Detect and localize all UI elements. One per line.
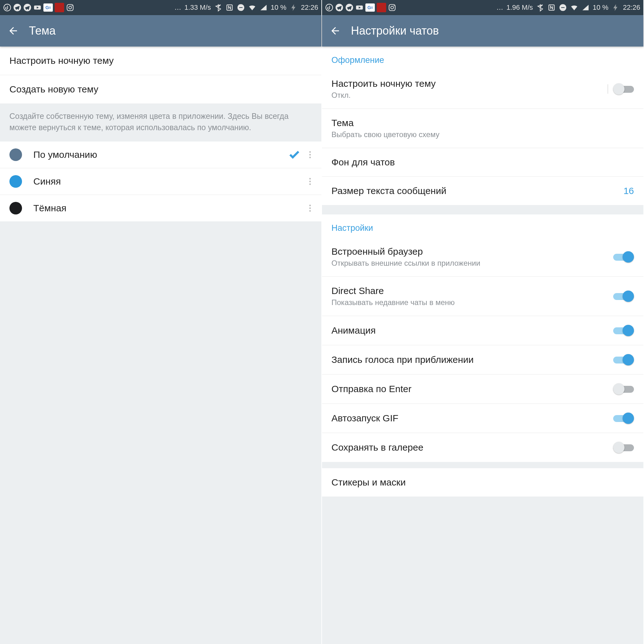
label: Размер текста сообщений bbox=[331, 186, 617, 196]
page-title: Настройки чатов bbox=[351, 24, 439, 37]
bluetooth-icon bbox=[214, 3, 222, 12]
section-appearance: Оформление Настроить ночную тему Откл. Т… bbox=[322, 47, 643, 205]
row-chat-background[interactable]: Фон для чатов bbox=[322, 148, 643, 177]
status-right: … 1.33 M/s 10 % 22:26 bbox=[174, 3, 318, 12]
label: Настроить ночную тему bbox=[9, 55, 312, 66]
svg-point-13 bbox=[309, 178, 311, 179]
label: Отправка по Enter bbox=[331, 384, 613, 394]
toggle[interactable] bbox=[613, 383, 634, 395]
label: Direct Share bbox=[331, 286, 613, 296]
setting-row[interactable]: Анимация bbox=[322, 316, 643, 345]
status-bar: G≡ … 1.33 M/s 10 % 22:26 bbox=[0, 0, 321, 15]
nfc-icon bbox=[225, 3, 234, 12]
google-news-icon: G≡ bbox=[365, 3, 375, 12]
setting-row[interactable]: Сохранять в галерее bbox=[322, 433, 643, 462]
label: Тема bbox=[331, 118, 634, 128]
net-speed: 1.33 M/s bbox=[184, 3, 211, 12]
svg-point-16 bbox=[309, 204, 311, 206]
theme-list: По умолчаниюСиняяТёмная bbox=[0, 142, 321, 221]
text-size-value: 16 bbox=[624, 186, 634, 196]
wifi-icon bbox=[570, 3, 578, 12]
gap bbox=[322, 205, 643, 214]
theme-row[interactable]: По умолчанию bbox=[0, 142, 321, 168]
battery-text: 10 % bbox=[593, 3, 608, 12]
toggle[interactable] bbox=[613, 251, 634, 263]
label: Анимация bbox=[331, 325, 613, 336]
label: Создать новую тему bbox=[9, 84, 312, 95]
svg-point-15 bbox=[309, 183, 311, 185]
dnd-icon bbox=[559, 3, 567, 12]
svg-point-25 bbox=[394, 5, 395, 6]
row-theme[interactable]: Тема Выбрать свою цветовую схему bbox=[322, 109, 643, 148]
section-settings: Настройки Встроенный браузерОткрывать вн… bbox=[322, 214, 643, 462]
label: Автозапуск GIF bbox=[331, 413, 613, 424]
app-bar: Настройки чатов bbox=[322, 15, 643, 47]
status-left: G≡ bbox=[325, 3, 396, 12]
row-stickers[interactable]: Стикеры и маски bbox=[322, 468, 643, 497]
back-arrow-icon[interactable] bbox=[8, 25, 19, 36]
label: Настроить ночную тему bbox=[331, 78, 613, 89]
setting-row[interactable]: Встроенный браузерОткрывать внешние ссыл… bbox=[322, 237, 643, 277]
theme-name: По умолчанию bbox=[33, 149, 286, 160]
more-vert-icon[interactable] bbox=[303, 150, 318, 159]
app-icon-red bbox=[377, 3, 386, 12]
youtube-icon bbox=[355, 3, 364, 12]
bluetooth-icon bbox=[536, 3, 544, 12]
row-configure-night[interactable]: Настроить ночную тему bbox=[0, 47, 321, 75]
toggle[interactable] bbox=[613, 291, 634, 302]
signal-icon bbox=[581, 3, 590, 12]
svg-point-14 bbox=[309, 180, 311, 182]
toggle[interactable] bbox=[613, 413, 634, 424]
svg-point-17 bbox=[309, 207, 311, 209]
label: Запись голоса при приближении bbox=[331, 354, 613, 365]
toggle[interactable] bbox=[613, 442, 634, 453]
phone-right: G≡ … 1.96 M/s 10 % 22:26 Настройки чатов… bbox=[322, 0, 644, 644]
svg-point-18 bbox=[309, 210, 311, 212]
top-actions: Настроить ночную тему Создать новую тему bbox=[0, 47, 321, 103]
selected-check-icon bbox=[286, 148, 303, 161]
toggle[interactable] bbox=[613, 354, 634, 365]
svg-rect-28 bbox=[561, 7, 564, 8]
battery-text: 10 % bbox=[271, 3, 286, 12]
setting-row[interactable]: Автозапуск GIF bbox=[322, 404, 643, 433]
clock-text: 22:26 bbox=[623, 3, 640, 12]
status-bar: G≡ … 1.96 M/s 10 % 22:26 bbox=[322, 0, 643, 15]
svg-point-12 bbox=[309, 157, 311, 158]
app-icon-red bbox=[55, 3, 64, 12]
page-title: Тема bbox=[29, 24, 56, 37]
theme-name: Тёмная bbox=[33, 203, 286, 214]
toggle-night[interactable] bbox=[613, 83, 634, 95]
setting-row[interactable]: Запись голоса при приближении bbox=[322, 345, 643, 375]
telegram-icon bbox=[13, 3, 21, 12]
sublabel: Выбрать свою цветовую схему bbox=[331, 130, 634, 139]
toggle[interactable] bbox=[613, 325, 634, 336]
instagram-icon bbox=[388, 3, 396, 12]
row-text-size[interactable]: Размер текста сообщений 16 bbox=[322, 177, 643, 205]
svg-rect-9 bbox=[239, 7, 242, 8]
ellipsis: … bbox=[496, 3, 503, 12]
theme-row[interactable]: Синяя bbox=[0, 168, 321, 195]
instagram-icon bbox=[66, 3, 74, 12]
charging-icon bbox=[290, 3, 298, 12]
setting-row[interactable]: Отправка по Enter bbox=[322, 375, 643, 404]
setting-row[interactable]: Direct ShareПоказывать недавние чаты в м… bbox=[322, 277, 643, 316]
dnd-icon bbox=[237, 3, 245, 12]
theme-row[interactable]: Тёмная bbox=[0, 195, 321, 221]
row-create-theme[interactable]: Создать новую тему bbox=[0, 75, 321, 103]
row-night-theme[interactable]: Настроить ночную тему Откл. bbox=[322, 69, 643, 109]
back-arrow-icon[interactable] bbox=[330, 25, 341, 36]
charging-icon bbox=[612, 3, 620, 12]
net-speed: 1.96 M/s bbox=[506, 3, 533, 12]
signal-icon bbox=[259, 3, 268, 12]
more-vert-icon[interactable] bbox=[303, 203, 318, 213]
section-header: Настройки bbox=[322, 214, 643, 237]
tiktok-icon bbox=[3, 3, 11, 12]
more-vert-icon[interactable] bbox=[303, 177, 318, 186]
ellipsis: … bbox=[174, 3, 181, 12]
sublabel: Открывать внешние ссылки в приложении bbox=[331, 259, 613, 268]
theme-name: Синяя bbox=[33, 176, 286, 187]
theme-color-dot bbox=[9, 175, 22, 188]
gap bbox=[322, 497, 643, 506]
panel[interactable]: Оформление Настроить ночную тему Откл. Т… bbox=[322, 47, 643, 644]
svg-point-10 bbox=[309, 151, 311, 153]
